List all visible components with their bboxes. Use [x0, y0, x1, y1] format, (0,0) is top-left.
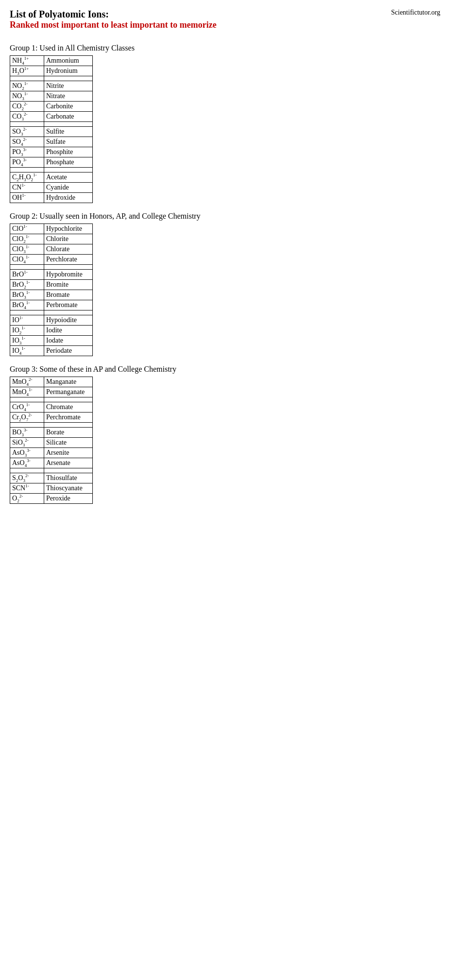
table-row: ClO31-Chlorate	[10, 244, 93, 255]
name-cell: Ammonium	[44, 56, 93, 66]
name-cell: Borate	[44, 428, 93, 438]
group-table-2: ClO1-HypochloriteClO21-ChloriteClO31-Chl…	[10, 224, 93, 356]
formula-cell: BrO21-	[10, 280, 44, 290]
name-cell: Silicate	[44, 438, 93, 448]
table-row: BrO21-Bromite	[10, 280, 93, 290]
name-cell: Nitrate	[44, 91, 93, 102]
table-row: CrO41-Chromate	[10, 402, 93, 413]
name-cell: Nitrite	[44, 81, 93, 91]
formula-cell: NO21-	[10, 81, 44, 91]
formula-cell: SO32-	[10, 127, 44, 137]
formula-cell: O22-	[10, 494, 44, 504]
formula-cell: BO33-	[10, 428, 44, 438]
table-row: BrO1-Hypobromite	[10, 270, 93, 280]
formula-cell: IO41-	[10, 346, 44, 356]
formula-cell: IO1-	[10, 315, 44, 326]
formula-cell: ClO1-	[10, 224, 44, 234]
formula-cell: PO43-	[10, 157, 44, 168]
table-row: BrO41-Perbromate	[10, 300, 93, 310]
name-cell: Phosphite	[44, 147, 93, 157]
name-cell: Permanganate	[44, 387, 93, 397]
table-row: CN1-Cyanide	[10, 183, 93, 193]
header: List of Polyatomic Ions: Ranked most imp…	[10, 9, 440, 39]
name-cell: Iodite	[44, 326, 93, 336]
table-row: NO21-Nitrite	[10, 81, 93, 91]
name-cell: Thiosulfate	[44, 473, 93, 483]
formula-cell: C2H3O21-	[10, 172, 44, 183]
name-cell: Hypobromite	[44, 270, 93, 280]
table-row: MnO42-Manganate	[10, 377, 93, 387]
name-cell: Peroxide	[44, 494, 93, 504]
group-table-1: NH41+AmmoniumH3O1+HydroniumNO21-NitriteN…	[10, 55, 93, 203]
name-cell: Carbonite	[44, 102, 93, 112]
name-cell: Iodate	[44, 336, 93, 346]
main-title: List of Polyatomic Ions:	[10, 9, 216, 20]
formula-cell: CO32-	[10, 112, 44, 122]
formula-cell: CN1-	[10, 183, 44, 193]
formula-cell: SCN1-	[10, 483, 44, 494]
formula-cell: MnO42-	[10, 377, 44, 387]
name-cell: Cyanide	[44, 183, 93, 193]
formula-cell: ClO41-	[10, 255, 44, 265]
table-row: AsO33-Arsenite	[10, 448, 93, 458]
name-cell: Acetate	[44, 172, 93, 183]
formula-cell: H3O1+	[10, 66, 44, 76]
table-row: BO33-Borate	[10, 428, 93, 438]
formula-cell: SO42-	[10, 137, 44, 147]
name-cell: Arsenate	[44, 458, 93, 468]
name-cell: Chlorate	[44, 244, 93, 255]
formula-cell: OH1-	[10, 193, 44, 203]
table-row: S2O32-Thiosulfate	[10, 473, 93, 483]
name-cell: Bromate	[44, 290, 93, 300]
formula-cell: PO33-	[10, 147, 44, 157]
table-row: PO43-Phosphate	[10, 157, 93, 168]
table-row: IO41-Periodate	[10, 346, 93, 356]
name-cell: Hydronium	[44, 66, 93, 76]
formula-cell: ClO21-	[10, 234, 44, 244]
formula-cell: AsO33-	[10, 448, 44, 458]
name-cell: Periodate	[44, 346, 93, 356]
name-cell: Perchromate	[44, 413, 93, 423]
table-row: H3O1+Hydronium	[10, 66, 93, 76]
table-row: NO31-Nitrate	[10, 91, 93, 102]
formula-cell: SiO32-	[10, 438, 44, 448]
group-heading-3: Group 3: Some of these in AP and College…	[10, 365, 440, 374]
table-row: MnO41-Permanganate	[10, 387, 93, 397]
name-cell: Hypoiodite	[44, 315, 93, 326]
name-cell: Manganate	[44, 377, 93, 387]
formula-cell: IO21-	[10, 326, 44, 336]
group-table-3: MnO42-ManganateMnO41-PermanganateCrO41-C…	[10, 377, 93, 504]
formula-cell: Cr2O72-	[10, 413, 44, 423]
table-row: OH1-Hydroxide	[10, 193, 93, 203]
name-cell: Sulfite	[44, 127, 93, 137]
table-row: Cr2O72-Perchromate	[10, 413, 93, 423]
group-heading-1: Group 1: Used in All Chemistry Classes	[10, 44, 440, 52]
formula-cell: BrO1-	[10, 270, 44, 280]
name-cell: Chromate	[44, 402, 93, 413]
group-heading-2: Group 2: Usually seen in Honors, AP, and…	[10, 212, 440, 221]
table-row: IO21-Iodite	[10, 326, 93, 336]
site-name: Scientifictutor.org	[391, 9, 440, 17]
formula-cell: NH41+	[10, 56, 44, 66]
table-row: CO22-Carbonite	[10, 102, 93, 112]
table-row: SO42-Sulfate	[10, 137, 93, 147]
formula-cell: CrO41-	[10, 402, 44, 413]
table-row: SiO32-Silicate	[10, 438, 93, 448]
table-row: SCN1-Thioscyanate	[10, 483, 93, 494]
name-cell: Perbromate	[44, 300, 93, 310]
formula-cell: ClO31-	[10, 244, 44, 255]
table-row: PO33-Phosphite	[10, 147, 93, 157]
name-cell: Bromite	[44, 280, 93, 290]
name-cell: Hypochlorite	[44, 224, 93, 234]
table-row: O22-Peroxide	[10, 494, 93, 504]
formula-cell: MnO41-	[10, 387, 44, 397]
table-row: IO31-Iodate	[10, 336, 93, 346]
name-cell: Carbonate	[44, 112, 93, 122]
table-row: SO32-Sulfite	[10, 127, 93, 137]
table-row: CO32-Carbonate	[10, 112, 93, 122]
formula-cell: CO22-	[10, 102, 44, 112]
formula-cell: BrO31-	[10, 290, 44, 300]
table-row: ClO41-Perchlorate	[10, 255, 93, 265]
subtitle: Ranked most important to least important…	[10, 20, 216, 30]
table-row: C2H3O21-Acetate	[10, 172, 93, 183]
